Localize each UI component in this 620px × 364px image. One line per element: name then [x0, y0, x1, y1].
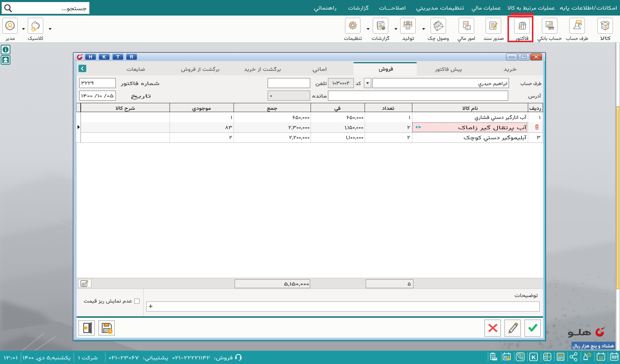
svg-text:12: 12 [599, 355, 603, 360]
svg-text:NOTE: NOTE [558, 354, 563, 356]
svg-text:$: $ [464, 21, 466, 26]
svg-text:K: K [532, 354, 536, 360]
